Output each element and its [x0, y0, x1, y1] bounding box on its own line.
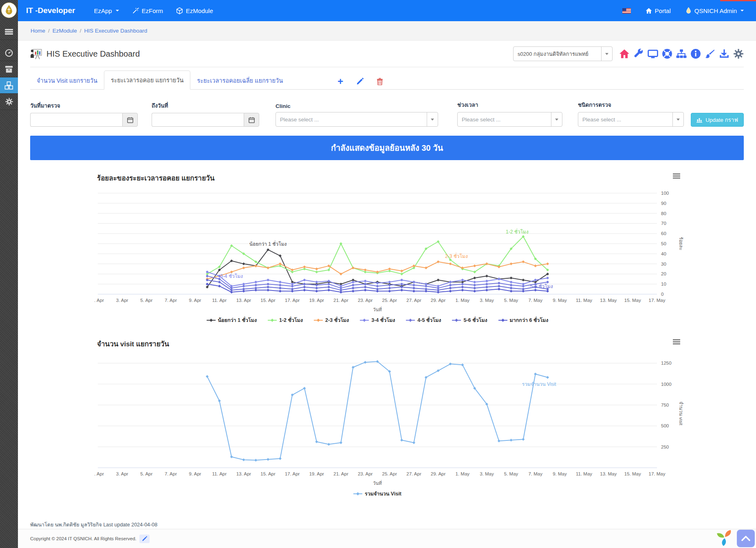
data-point-marker — [510, 287, 513, 290]
data-point-marker — [522, 438, 525, 441]
tab-visit-count[interactable]: จำนวน Visit แยกรายวัน — [30, 71, 104, 90]
tab-avg-wait-time[interactable]: ระยะเวลารอคอยเฉลี่ย แยกรายวัน — [190, 71, 289, 90]
x-axis-tick-label: 23. Apr — [358, 298, 373, 303]
data-point-marker — [498, 288, 500, 291]
data-point-marker — [315, 287, 318, 290]
date-from-input[interactable] — [30, 113, 122, 127]
nav-item-label: Portal — [655, 7, 671, 14]
nav-item-ezmodule[interactable]: EzModule — [176, 7, 213, 14]
data-point-marker — [412, 290, 415, 293]
data-point-marker — [473, 287, 476, 290]
dashboard-tabs: จำนวน Visit แยกรายวัน ระยะเวลารอคอย แยกร… — [30, 70, 744, 90]
brand-title[interactable]: IT -Developer — [26, 6, 75, 15]
sidebar-item-settings[interactable] — [0, 94, 18, 110]
edit-tab-button[interactable] — [356, 78, 364, 85]
breadcrumb-ezmodule-link[interactable]: EzModule — [53, 28, 77, 34]
tab-wait-time[interactable]: ระยะเวลารอคอย แยกรายวัน — [104, 70, 191, 90]
series-label: 2-3 ชั่วโมง — [445, 253, 468, 259]
time-range-select[interactable]: Please select ... — [457, 112, 562, 127]
data-point-marker — [352, 266, 355, 269]
filter-time-range: ช่วงเวลา Please select ... — [457, 100, 562, 127]
nav-item-ezform[interactable]: EzForm — [132, 7, 163, 14]
data-point-marker — [425, 285, 428, 288]
loader-bar — [720, 0, 756, 1]
sidebar-item-modules[interactable] — [0, 77, 18, 94]
data-point-marker — [510, 281, 513, 284]
data-point-marker — [303, 283, 306, 286]
life-ring-button[interactable] — [662, 48, 672, 59]
y-axis-title: จำนวน visit — [679, 401, 683, 425]
data-point-marker — [339, 242, 342, 245]
date-to-input[interactable] — [152, 113, 244, 127]
home-button[interactable] — [619, 48, 630, 59]
us-flag-icon[interactable] — [622, 8, 631, 13]
legend-marker-icon — [406, 318, 415, 322]
sidebar-toggle-button[interactable] — [0, 24, 18, 40]
x-axis-tick-label: 13. Apr — [236, 471, 251, 476]
legend-item[interactable]: 1-2 ชั่วโมง — [268, 316, 303, 324]
caret-down-icon — [741, 10, 744, 11]
x-axis-tick-label: 27. Apr — [406, 471, 421, 476]
legend-item[interactable]: น้อยกว่า 1 ชั่วโมง — [207, 316, 257, 324]
legend-item[interactable]: รวมจำนวน Visit — [353, 490, 401, 498]
update-chart-button[interactable]: Update กราฟ — [691, 113, 744, 127]
exam-type-select[interactable]: Please select ... — [578, 112, 684, 127]
chart-legend: รวมจำนวน Visit — [95, 490, 660, 498]
x-axis-tick-label: 9. May — [553, 471, 567, 476]
y-axis-tick-label: 20 — [661, 271, 666, 276]
legend-item[interactable]: 4-5 ชั่วโมง — [406, 316, 441, 324]
drop-logo-icon — [685, 7, 692, 14]
x-axis-tick-label: 21. Apr — [333, 471, 348, 476]
select-placeholder: Please select ... — [458, 117, 551, 123]
sidebar-item-archive[interactable] — [0, 61, 18, 77]
y-axis-title: ร้อยละ — [679, 237, 683, 250]
edit-footer-button[interactable] — [139, 535, 150, 543]
chart-context-menu-button[interactable] — [672, 173, 681, 179]
data-point-marker — [218, 285, 221, 288]
sidebar-item-dashboard[interactable] — [0, 45, 18, 61]
wrench-button[interactable] — [633, 48, 644, 59]
header-toolbar: s0200 กลุ่มงานดิจิทัลการแพทย์ — [513, 46, 744, 61]
scroll-to-top-button[interactable] — [737, 530, 755, 547]
data-point-marker — [498, 285, 500, 288]
gear-icon — [5, 97, 13, 106]
legend-item[interactable]: 5-6 ชั่วโมง — [452, 316, 487, 324]
x-axis-title: วันที่ — [373, 306, 382, 312]
nav-item-ezapp[interactable]: EzApp — [94, 7, 119, 14]
legend-item[interactable]: 3-4 ชั่วโมง — [360, 316, 395, 324]
data-point-marker — [534, 264, 537, 267]
delete-tab-button[interactable] — [377, 78, 383, 85]
legend-item[interactable]: 2-3 ชั่วโมง — [314, 316, 349, 324]
caret-down-icon — [672, 112, 683, 126]
download-button[interactable] — [719, 48, 730, 59]
legend-item[interactable]: มากกว่า 6 ชั่วโมง — [498, 316, 549, 324]
monitor-button[interactable] — [648, 48, 658, 59]
nav-item-label: EzModule — [186, 7, 213, 14]
legend-label: รวมจำนวน Visit — [365, 490, 401, 498]
brush-button[interactable] — [705, 48, 715, 59]
x-axis-tick-label: 19. Apr — [309, 298, 324, 303]
info-button[interactable] — [690, 48, 701, 59]
breadcrumb-separator: / — [80, 28, 82, 34]
chart-context-menu-button[interactable] — [672, 339, 681, 345]
calendar-button[interactable] — [244, 113, 259, 127]
chart-title: ร้อยละของระยะเวลารอคอย แยกรายวัน — [97, 172, 690, 183]
settings-gear-button[interactable] — [733, 48, 744, 59]
data-point-marker — [400, 289, 403, 292]
user-menu[interactable]: QSNICH Admin — [685, 7, 744, 14]
calendar-button[interactable] — [122, 113, 138, 127]
clinic-select[interactable]: Please select ... — [276, 112, 438, 127]
data-point-marker — [400, 439, 403, 442]
filter-date-to: ถึงวันที่ — [152, 101, 259, 127]
app-logo[interactable] — [1, 2, 17, 18]
y-axis-tick-label: 250 — [661, 445, 669, 449]
data-point-marker — [267, 458, 269, 461]
legend-marker-icon — [268, 318, 277, 322]
corner-widgets — [716, 529, 755, 547]
module-selector[interactable]: s0200 กลุ่มงานดิจิทัลการแพทย์ — [513, 46, 613, 61]
add-tab-button[interactable]: + — [337, 78, 343, 85]
sitemap-button[interactable] — [676, 48, 687, 59]
breadcrumb-home-link[interactable]: Home — [31, 28, 45, 34]
nav-item-portal[interactable]: Portal — [646, 7, 671, 14]
data-point-marker — [485, 275, 488, 277]
